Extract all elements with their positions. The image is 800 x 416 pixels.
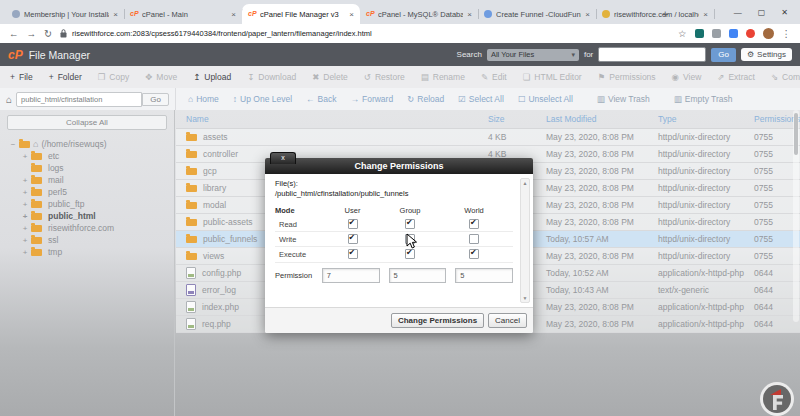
forward-icon[interactable]: → [27,28,37,39]
tab-close-icon[interactable]: × [113,10,118,19]
group-permission-input[interactable]: 5 [389,268,447,283]
window-close-button[interactable]: ✕ [781,8,788,17]
browser-tab[interactable]: Create Funnel -CloudFunn × [478,4,596,24]
toolbar-button[interactable]: ❐ Copy [98,72,129,82]
nav-link[interactable]: ⌂ Home [188,94,219,104]
cancel-button[interactable]: Cancel [488,313,527,328]
world-checkbox[interactable] [469,234,479,244]
profile-avatar[interactable] [763,28,774,39]
dialog-close-button[interactable]: x [270,152,296,164]
settings-button[interactable]: ⚙ Settings [741,48,792,61]
collapse-all-button[interactable]: Collapse All [7,115,167,130]
tree-item[interactable]: − ⌂ (/home/risewuqs) [10,138,174,150]
toolbar-button[interactable]: + Folder [49,72,82,82]
group-checkbox[interactable] [405,219,415,229]
tree-item[interactable]: + risewithforce.com [10,222,174,234]
nav-link[interactable]: ← Back [306,94,336,104]
browser-tab[interactable]: cP cPanel - MySQL® Databas × [360,4,478,24]
toolbar-button[interactable]: ◉ View [672,72,702,82]
path-input[interactable]: public_html/cfinstallation [16,92,142,107]
toolbar-button[interactable]: ▤ Rename [421,72,465,82]
tab-close-icon[interactable]: × [585,10,590,19]
tree-item[interactable]: logs [10,162,174,174]
tab-close-icon[interactable]: × [349,10,354,19]
toolbar-button[interactable]: ❏ HTML Editor [523,72,582,82]
path-go-button[interactable]: Go [142,93,169,106]
search-input[interactable] [598,47,706,62]
nav-link[interactable]: → Forward [350,94,393,104]
tree-expander-icon[interactable]: + [22,188,28,197]
new-tab-button[interactable]: + [662,8,668,20]
tab-close-icon[interactable]: × [231,10,236,19]
nav-link[interactable]: ☐ Unselect All [518,94,573,104]
user-checkbox[interactable] [348,219,358,229]
toolbar-button[interactable]: ↧ Download [247,72,296,82]
table-scrollbar[interactable] [793,110,799,322]
toolbar-button[interactable]: ↥ Upload [193,72,231,82]
extension-icon[interactable] [695,29,704,38]
tab-close-icon[interactable]: × [703,10,708,19]
table-row[interactable]: assets 4 KB May 23, 2020, 8:08 PM httpd/… [176,129,800,146]
window-maximize-button[interactable]: ▢ [758,8,766,17]
tree-item[interactable]: + tmp [10,246,174,258]
tree-expander-icon[interactable]: + [22,152,28,161]
tree-item[interactable]: + mail [10,174,174,186]
change-permissions-button[interactable]: Change Permissions [391,313,484,328]
toolbar-button[interactable]: ✥ Move [145,72,177,82]
column-header-name[interactable]: Name [186,114,488,124]
column-header-type[interactable]: Type [658,114,754,124]
column-header-modified[interactable]: Last Modified [546,114,658,124]
dialog-scrollbar[interactable]: ▲ ▼ [520,178,530,303]
user-permission-input[interactable]: 7 [322,268,380,283]
translate-extension-icon[interactable] [746,29,755,38]
window-minimize-button[interactable]: — [734,8,742,17]
browser-tab[interactable]: Membership | Your Installa × [6,4,124,24]
browser-tab[interactable]: cP cPanel File Manager v3 × [242,4,360,24]
browser-menu-icon[interactable]: ⋮ [782,28,792,39]
tree-expander-icon[interactable]: + [22,200,28,209]
tree-item[interactable]: + ssl [10,234,174,246]
nav-link[interactable]: ▥ Empty Trash [674,94,733,104]
toolbar-button[interactable]: ↺ Restore [364,72,405,82]
tree-item[interactable]: + public_html [10,210,174,222]
tree-item[interactable]: + public_ftp [10,198,174,210]
url-bar[interactable]: risewithforce.com:2083/cpsess6179440384/… [60,27,670,41]
browser-tab[interactable]: cP cPanel - Main × [124,4,242,24]
search-go-button[interactable]: Go [711,48,736,62]
toolbar-button[interactable]: ⚑ Permissions [598,72,656,82]
reload-icon[interactable]: ↻ [44,28,52,39]
toolbar-button[interactable]: + File [10,72,33,82]
nav-link[interactable]: ↻ Reload [407,94,444,104]
tree-expander-icon[interactable]: − [10,140,16,149]
user-checkbox[interactable] [348,249,358,259]
toolbar-button[interactable]: ⇘ Compress [771,72,800,82]
tree-item[interactable]: + etc [10,150,174,162]
nav-link[interactable]: ↕ Up One Level [233,94,292,104]
world-checkbox[interactable] [469,219,479,229]
extension-icon[interactable] [712,29,721,38]
user-checkbox[interactable] [348,234,358,244]
toolbar-button[interactable]: ⇗ Extract [717,72,755,82]
tree-expander-icon[interactable]: + [22,224,28,233]
world-permission-input[interactable]: 5 [455,268,513,283]
nav-link[interactable]: ☑ Select All [458,94,504,104]
bookmark-star-icon[interactable]: ☆ [678,28,687,39]
home-icon[interactable]: ⌂ [6,94,12,105]
scroll-down-icon[interactable]: ▼ [523,295,528,301]
search-scope-select[interactable]: All Your Files [487,49,579,61]
tree-expander-icon[interactable]: + [22,236,28,245]
tree-expander-icon[interactable]: + [22,212,28,221]
extension-icon[interactable] [729,29,738,38]
toolbar-button[interactable]: ✎ Edit [481,72,507,82]
column-header-size[interactable]: Size [488,114,546,124]
back-icon[interactable]: ← [9,28,19,39]
nav-link[interactable]: ▥ View Trash [597,94,650,104]
tab-close-icon[interactable]: × [467,10,472,19]
tree-expander-icon[interactable]: + [22,248,28,257]
tree-item[interactable]: + perl5 [10,186,174,198]
browser-tab[interactable]: risewithforce.com / localho × [596,4,714,24]
tree-expander-icon[interactable]: + [22,176,28,185]
scroll-up-icon[interactable]: ▲ [523,180,528,186]
world-checkbox[interactable] [469,249,479,259]
toolbar-button[interactable]: ✖ Delete [312,72,348,82]
